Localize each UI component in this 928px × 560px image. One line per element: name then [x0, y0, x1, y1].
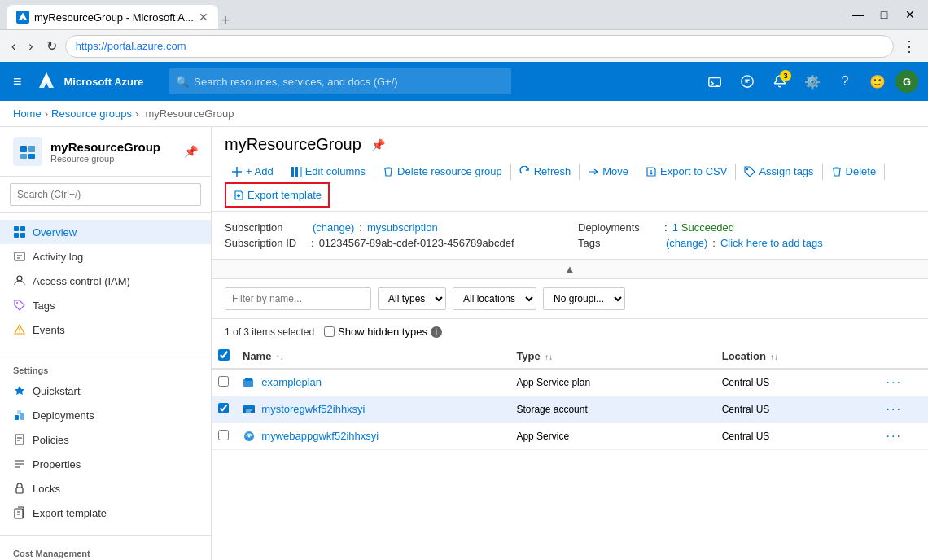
table-section: 1 of 3 items selected Show hidden types …: [212, 319, 928, 560]
move-button[interactable]: Move: [581, 160, 635, 182]
row3-checkbox[interactable]: [218, 430, 229, 440]
settings-icon[interactable]: ⚙️: [798, 67, 827, 96]
export-template-button[interactable]: Export template: [225, 182, 330, 208]
export-csv-button[interactable]: Export to CSV: [639, 160, 733, 182]
row1-type-cell: App Service plan: [510, 369, 715, 396]
feedback-icon[interactable]: [733, 67, 762, 96]
sidebar-item-activity-log[interactable]: Activity log: [0, 244, 211, 269]
toolbar-div-5: [637, 164, 637, 180]
sidebar-item-overview[interactable]: Overview: [0, 220, 211, 244]
sidebar-search-container: [0, 177, 211, 213]
storage-account-icon: [243, 403, 256, 416]
filter-by-name-input[interactable]: [225, 287, 371, 310]
tags-change[interactable]: (change): [666, 237, 707, 249]
table-header-row: Name ↑↓ Type ↑↓ Location ↑↓: [212, 344, 928, 369]
sidebar-item-properties[interactable]: Properties: [0, 452, 211, 476]
tags-row: Tags (change) : Click here to add tags: [578, 237, 915, 249]
close-button[interactable]: ✕: [899, 3, 921, 26]
row1-more-actions[interactable]: ···: [886, 375, 902, 389]
row2-actions-cell: ···: [880, 396, 928, 423]
row3-name-link[interactable]: mywebappgwkf52ihhxsyi: [261, 430, 379, 442]
sidebar-item-tags[interactable]: Tags: [0, 293, 211, 317]
edit-columns-button[interactable]: Edit columns: [284, 160, 372, 182]
sidebar-item-export-template[interactable]: Export template: [0, 501, 211, 525]
user-avatar[interactable]: G: [895, 70, 918, 93]
search-input[interactable]: [169, 68, 511, 94]
address-bar[interactable]: [65, 35, 894, 58]
sidebar-item-events[interactable]: Events: [0, 317, 211, 342]
back-button[interactable]: ‹: [7, 36, 20, 57]
row1-checkbox[interactable]: [218, 376, 229, 387]
tab-close-btn[interactable]: ✕: [199, 11, 208, 24]
subscription-value[interactable]: mysubscription: [367, 221, 438, 234]
sidebar-item-policies[interactable]: Policies: [0, 427, 211, 452]
row2-location-cell: Central US: [716, 396, 880, 423]
sidebar-main-section: Overview Activity log Access control (IA…: [0, 213, 211, 348]
row3-more-actions[interactable]: ···: [886, 429, 902, 443]
assign-tags-button[interactable]: Assign tags: [738, 160, 820, 182]
row2-checkbox[interactable]: [218, 403, 229, 413]
delete-button[interactable]: Delete: [825, 160, 883, 182]
actions-column-header: [880, 344, 928, 369]
maximize-button[interactable]: □: [873, 3, 895, 26]
main-title-row: myResourceGroup 📌: [225, 135, 915, 154]
location-filter-select[interactable]: All locations: [453, 287, 536, 310]
topbar-icons: 3 ⚙️ ? 🙂 G: [700, 67, 918, 96]
sidebar-cost-section: Cost Management Cost analysis $ Cost ale…: [0, 539, 211, 560]
grouping-select[interactable]: No groupi...: [543, 287, 625, 310]
sidebar-search-input[interactable]: [10, 183, 201, 206]
show-hidden-checkbox[interactable]: [324, 326, 335, 337]
svg-rect-17: [17, 410, 21, 414]
row1-name-link[interactable]: exampleplan: [261, 376, 322, 388]
azure-portal: ≡ Microsoft Azure 🔍 3 ⚙️ ? �: [0, 62, 928, 560]
name-sort-icon[interactable]: ↑↓: [276, 352, 284, 361]
row2-more-actions[interactable]: ···: [886, 402, 902, 416]
events-icon: [13, 323, 26, 336]
hamburger-menu[interactable]: ≡: [10, 70, 25, 94]
delete-rg-button[interactable]: Delete resource group: [376, 160, 509, 182]
browser-menu-button[interactable]: ⋮: [897, 34, 921, 59]
collapse-section-arrow[interactable]: ▲: [212, 260, 928, 279]
feedback-smile-icon[interactable]: 🙂: [863, 67, 892, 96]
show-hidden-label[interactable]: Show hidden types i: [324, 326, 442, 338]
delete-icon: [831, 166, 843, 177]
sidebar-item-iam[interactable]: Access control (IAM): [0, 269, 211, 293]
cloud-shell-icon[interactable]: [700, 67, 729, 96]
topbar-search[interactable]: 🔍: [169, 68, 511, 94]
tags-value[interactable]: Click here to add tags: [720, 237, 823, 249]
type-sort-icon[interactable]: ↑↓: [545, 352, 553, 361]
sidebar-settings-section: Settings Quickstart Deployments: [0, 356, 211, 532]
refresh-button[interactable]: ↻: [42, 35, 62, 57]
breadcrumb-home[interactable]: Home: [13, 107, 42, 120]
add-button[interactable]: + Add: [225, 160, 280, 182]
deployments-icon: [13, 409, 26, 422]
row3-name-cell: mywebappgwkf52ihhxsyi: [236, 423, 510, 450]
select-all-checkbox[interactable]: [218, 349, 230, 361]
browser-navigation: ‹ › ↻ ⋮: [0, 29, 928, 62]
pin-button[interactable]: 📌: [371, 138, 385, 151]
sidebar-item-quickstart[interactable]: Quickstart: [0, 378, 211, 403]
export-csv-icon: [646, 166, 657, 177]
sidebar-item-deployments[interactable]: Deployments: [0, 403, 211, 427]
row1-location-cell: Central US: [716, 369, 880, 396]
pin-sidebar-button[interactable]: 📌: [184, 145, 198, 158]
type-filter-select[interactable]: All types: [378, 287, 446, 310]
row2-name-link[interactable]: mystoregwkf52ihhxsyi: [261, 403, 365, 415]
notifications-icon[interactable]: 3: [765, 67, 794, 96]
browser-tab-active[interactable]: myResourceGroup - Microsoft A... ✕: [7, 5, 218, 29]
deployments-count[interactable]: 1: [672, 221, 678, 234]
azure-logo: Microsoft Azure: [35, 70, 144, 93]
minimize-button[interactable]: —: [847, 3, 869, 26]
refresh-button[interactable]: Refresh: [513, 160, 578, 182]
location-sort-icon[interactable]: ↑↓: [770, 352, 778, 361]
subscription-change[interactable]: (change): [313, 221, 354, 234]
new-tab-button[interactable]: +: [218, 12, 234, 29]
sidebar-item-locks[interactable]: Locks: [0, 476, 211, 501]
forward-button[interactable]: ›: [24, 36, 37, 57]
breadcrumb-sep1: ›: [45, 107, 48, 120]
help-icon[interactable]: ?: [830, 67, 860, 96]
type-column-header: Type ↑↓: [510, 344, 715, 369]
table-body: exampleplan App Service plan Central US …: [212, 369, 928, 450]
hidden-types-info-icon[interactable]: i: [431, 326, 442, 338]
breadcrumb-resource-groups[interactable]: Resource groups: [51, 107, 132, 120]
